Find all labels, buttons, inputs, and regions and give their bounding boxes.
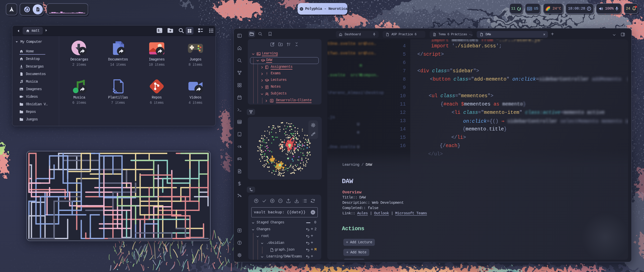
svg-text:$_: $_ bbox=[158, 29, 162, 32]
